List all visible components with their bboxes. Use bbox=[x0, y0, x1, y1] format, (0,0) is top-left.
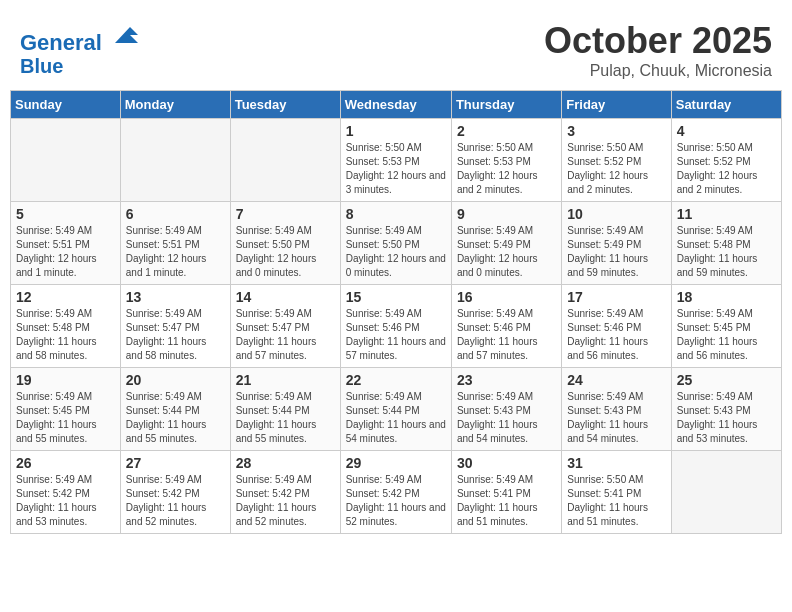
day-info: Sunrise: 5:50 AM Sunset: 5:41 PM Dayligh… bbox=[567, 473, 665, 529]
day-number: 25 bbox=[677, 372, 776, 388]
calendar-day-cell: 17Sunrise: 5:49 AM Sunset: 5:46 PM Dayli… bbox=[562, 285, 671, 368]
calendar-day-cell: 8Sunrise: 5:49 AM Sunset: 5:50 PM Daylig… bbox=[340, 202, 451, 285]
day-number: 15 bbox=[346, 289, 446, 305]
day-number: 22 bbox=[346, 372, 446, 388]
day-info: Sunrise: 5:49 AM Sunset: 5:42 PM Dayligh… bbox=[346, 473, 446, 529]
day-info: Sunrise: 5:49 AM Sunset: 5:46 PM Dayligh… bbox=[567, 307, 665, 363]
calendar-week-row: 19Sunrise: 5:49 AM Sunset: 5:45 PM Dayli… bbox=[11, 368, 782, 451]
day-number: 29 bbox=[346, 455, 446, 471]
day-info: Sunrise: 5:50 AM Sunset: 5:53 PM Dayligh… bbox=[346, 141, 446, 197]
calendar-day-cell: 12Sunrise: 5:49 AM Sunset: 5:48 PM Dayli… bbox=[11, 285, 121, 368]
calendar-day-cell: 30Sunrise: 5:49 AM Sunset: 5:41 PM Dayli… bbox=[451, 451, 561, 534]
day-number: 24 bbox=[567, 372, 665, 388]
day-number: 10 bbox=[567, 206, 665, 222]
day-number: 14 bbox=[236, 289, 335, 305]
calendar-day-cell: 24Sunrise: 5:49 AM Sunset: 5:43 PM Dayli… bbox=[562, 368, 671, 451]
title-block: October 2025 Pulap, Chuuk, Micronesia bbox=[544, 20, 772, 80]
calendar-day-cell bbox=[671, 451, 781, 534]
logo: General Blue bbox=[20, 20, 140, 77]
page-header: General Blue October 2025 Pulap, Chuuk, … bbox=[10, 10, 782, 85]
day-info: Sunrise: 5:49 AM Sunset: 5:45 PM Dayligh… bbox=[16, 390, 115, 446]
calendar-day-cell: 2Sunrise: 5:50 AM Sunset: 5:53 PM Daylig… bbox=[451, 119, 561, 202]
day-number: 27 bbox=[126, 455, 225, 471]
day-number: 26 bbox=[16, 455, 115, 471]
calendar-day-cell: 28Sunrise: 5:49 AM Sunset: 5:42 PM Dayli… bbox=[230, 451, 340, 534]
day-of-week-header: Monday bbox=[120, 91, 230, 119]
day-info: Sunrise: 5:49 AM Sunset: 5:47 PM Dayligh… bbox=[126, 307, 225, 363]
day-info: Sunrise: 5:49 AM Sunset: 5:49 PM Dayligh… bbox=[457, 224, 556, 280]
day-number: 13 bbox=[126, 289, 225, 305]
calendar-week-row: 5Sunrise: 5:49 AM Sunset: 5:51 PM Daylig… bbox=[11, 202, 782, 285]
calendar-day-cell: 13Sunrise: 5:49 AM Sunset: 5:47 PM Dayli… bbox=[120, 285, 230, 368]
day-number: 4 bbox=[677, 123, 776, 139]
calendar-day-cell: 22Sunrise: 5:49 AM Sunset: 5:44 PM Dayli… bbox=[340, 368, 451, 451]
calendar-day-cell: 10Sunrise: 5:49 AM Sunset: 5:49 PM Dayli… bbox=[562, 202, 671, 285]
calendar-day-cell: 7Sunrise: 5:49 AM Sunset: 5:50 PM Daylig… bbox=[230, 202, 340, 285]
day-number: 1 bbox=[346, 123, 446, 139]
calendar-week-row: 12Sunrise: 5:49 AM Sunset: 5:48 PM Dayli… bbox=[11, 285, 782, 368]
calendar-day-cell: 27Sunrise: 5:49 AM Sunset: 5:42 PM Dayli… bbox=[120, 451, 230, 534]
day-info: Sunrise: 5:49 AM Sunset: 5:51 PM Dayligh… bbox=[126, 224, 225, 280]
day-info: Sunrise: 5:49 AM Sunset: 5:44 PM Dayligh… bbox=[346, 390, 446, 446]
day-of-week-header: Friday bbox=[562, 91, 671, 119]
day-info: Sunrise: 5:49 AM Sunset: 5:44 PM Dayligh… bbox=[126, 390, 225, 446]
svg-marker-0 bbox=[115, 27, 138, 43]
calendar-day-cell: 14Sunrise: 5:49 AM Sunset: 5:47 PM Dayli… bbox=[230, 285, 340, 368]
month-title: October 2025 bbox=[544, 20, 772, 62]
calendar-day-cell: 26Sunrise: 5:49 AM Sunset: 5:42 PM Dayli… bbox=[11, 451, 121, 534]
day-number: 3 bbox=[567, 123, 665, 139]
day-number: 23 bbox=[457, 372, 556, 388]
calendar-day-cell: 9Sunrise: 5:49 AM Sunset: 5:49 PM Daylig… bbox=[451, 202, 561, 285]
day-number: 19 bbox=[16, 372, 115, 388]
day-number: 30 bbox=[457, 455, 556, 471]
day-number: 12 bbox=[16, 289, 115, 305]
day-info: Sunrise: 5:49 AM Sunset: 5:41 PM Dayligh… bbox=[457, 473, 556, 529]
day-info: Sunrise: 5:49 AM Sunset: 5:47 PM Dayligh… bbox=[236, 307, 335, 363]
day-info: Sunrise: 5:49 AM Sunset: 5:49 PM Dayligh… bbox=[567, 224, 665, 280]
day-number: 17 bbox=[567, 289, 665, 305]
day-info: Sunrise: 5:49 AM Sunset: 5:50 PM Dayligh… bbox=[346, 224, 446, 280]
day-number: 7 bbox=[236, 206, 335, 222]
day-info: Sunrise: 5:49 AM Sunset: 5:48 PM Dayligh… bbox=[16, 307, 115, 363]
day-number: 6 bbox=[126, 206, 225, 222]
day-info: Sunrise: 5:49 AM Sunset: 5:46 PM Dayligh… bbox=[346, 307, 446, 363]
day-number: 8 bbox=[346, 206, 446, 222]
logo-text: General bbox=[20, 20, 140, 55]
calendar-day-cell: 20Sunrise: 5:49 AM Sunset: 5:44 PM Dayli… bbox=[120, 368, 230, 451]
calendar-day-cell: 3Sunrise: 5:50 AM Sunset: 5:52 PM Daylig… bbox=[562, 119, 671, 202]
day-number: 9 bbox=[457, 206, 556, 222]
day-info: Sunrise: 5:49 AM Sunset: 5:42 PM Dayligh… bbox=[126, 473, 225, 529]
day-info: Sunrise: 5:49 AM Sunset: 5:50 PM Dayligh… bbox=[236, 224, 335, 280]
location: Pulap, Chuuk, Micronesia bbox=[544, 62, 772, 80]
calendar-day-cell bbox=[230, 119, 340, 202]
day-number: 20 bbox=[126, 372, 225, 388]
day-of-week-header: Thursday bbox=[451, 91, 561, 119]
day-info: Sunrise: 5:50 AM Sunset: 5:53 PM Dayligh… bbox=[457, 141, 556, 197]
logo-general: General bbox=[20, 30, 102, 55]
calendar-day-cell: 11Sunrise: 5:49 AM Sunset: 5:48 PM Dayli… bbox=[671, 202, 781, 285]
day-info: Sunrise: 5:49 AM Sunset: 5:51 PM Dayligh… bbox=[16, 224, 115, 280]
day-info: Sunrise: 5:49 AM Sunset: 5:43 PM Dayligh… bbox=[567, 390, 665, 446]
calendar-week-row: 1Sunrise: 5:50 AM Sunset: 5:53 PM Daylig… bbox=[11, 119, 782, 202]
day-of-week-header: Wednesday bbox=[340, 91, 451, 119]
calendar-week-row: 26Sunrise: 5:49 AM Sunset: 5:42 PM Dayli… bbox=[11, 451, 782, 534]
calendar-day-cell: 29Sunrise: 5:49 AM Sunset: 5:42 PM Dayli… bbox=[340, 451, 451, 534]
calendar-day-cell: 19Sunrise: 5:49 AM Sunset: 5:45 PM Dayli… bbox=[11, 368, 121, 451]
calendar-day-cell: 25Sunrise: 5:49 AM Sunset: 5:43 PM Dayli… bbox=[671, 368, 781, 451]
day-number: 16 bbox=[457, 289, 556, 305]
day-info: Sunrise: 5:50 AM Sunset: 5:52 PM Dayligh… bbox=[677, 141, 776, 197]
calendar-day-cell: 6Sunrise: 5:49 AM Sunset: 5:51 PM Daylig… bbox=[120, 202, 230, 285]
calendar-table: SundayMondayTuesdayWednesdayThursdayFrid… bbox=[10, 90, 782, 534]
day-number: 11 bbox=[677, 206, 776, 222]
day-info: Sunrise: 5:49 AM Sunset: 5:46 PM Dayligh… bbox=[457, 307, 556, 363]
calendar-day-cell: 16Sunrise: 5:49 AM Sunset: 5:46 PM Dayli… bbox=[451, 285, 561, 368]
day-of-week-header: Saturday bbox=[671, 91, 781, 119]
day-number: 2 bbox=[457, 123, 556, 139]
day-info: Sunrise: 5:49 AM Sunset: 5:43 PM Dayligh… bbox=[457, 390, 556, 446]
calendar-day-cell: 31Sunrise: 5:50 AM Sunset: 5:41 PM Dayli… bbox=[562, 451, 671, 534]
day-number: 21 bbox=[236, 372, 335, 388]
calendar-day-cell: 15Sunrise: 5:49 AM Sunset: 5:46 PM Dayli… bbox=[340, 285, 451, 368]
calendar-day-cell: 18Sunrise: 5:49 AM Sunset: 5:45 PM Dayli… bbox=[671, 285, 781, 368]
day-number: 5 bbox=[16, 206, 115, 222]
day-number: 18 bbox=[677, 289, 776, 305]
